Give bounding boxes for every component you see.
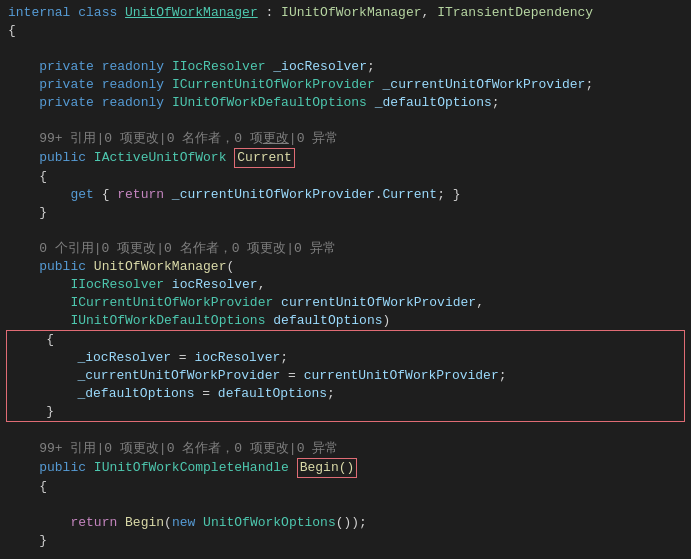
line-field3: private readonly IUnitOfWorkDefaultOptio… — [0, 94, 691, 112]
line-brace-open: { — [0, 22, 691, 40]
keyword-class: class — [78, 4, 117, 22]
interface-iunitofworkmanager: IUnitOfWorkManager — [281, 4, 421, 22]
line-ctor-body2: _currentUnitOfWorkProvider = currentUnit… — [7, 367, 684, 385]
line-return-stmt: return Begin ( new UnitOfWorkOptions ())… — [0, 514, 691, 532]
line-ctor-param1: IIocResolver iocResolver , — [0, 276, 691, 294]
method-current-highlight: Current — [234, 148, 295, 168]
line-ctor-body1: _iocResolver = iocResolver ; — [7, 349, 684, 367]
class-unitofworkmanager: UnitOfWorkManager — [125, 4, 258, 22]
line-brace-ctor-close: } — [7, 403, 684, 421]
ctor-body-block: { _iocResolver = iocResolver ; _currentU… — [6, 330, 685, 422]
line-empty-5 — [0, 496, 691, 514]
line-ctor-decl: public UnitOfWorkManager ( — [0, 258, 691, 276]
line-field2: private readonly ICurrentUnitOfWorkProvi… — [0, 76, 691, 94]
line-ctor-body3: _defaultOptions = defaultOptions ; — [7, 385, 684, 403]
line-empty-1 — [0, 40, 691, 58]
method-begin-highlight: Begin() — [297, 458, 358, 478]
line-empty-4 — [0, 422, 691, 440]
line-field1: private readonly IIocResolver _iocResolv… — [0, 58, 691, 76]
meta-refs2: 0 个引用|0 项更改|0 名作者，0 项更改|0 异常 — [39, 240, 335, 258]
line-meta3: 99+ 引用|0 项更改|0 名作者，0 项更改|0 异常 — [0, 440, 691, 458]
line-ctor-param3: IUnitOfWorkDefaultOptions defaultOptions… — [0, 312, 691, 330]
line-brace-ctor: { — [7, 331, 684, 349]
code-editor: internal class UnitOfWorkManager : IUnit… — [0, 0, 691, 559]
line-begin-decl: public IUnitOfWorkCompleteHandle Begin() — [0, 458, 691, 478]
line-empty-2 — [0, 112, 691, 130]
meta-refs1c: |0 异常 — [289, 130, 338, 148]
line-class-decl: internal class UnitOfWorkManager : IUnit… — [0, 4, 691, 22]
line-brace-close-prop: } — [0, 204, 691, 222]
line-brace-begin: { — [0, 478, 691, 496]
interface-itransientdependency: ITransientDependency — [437, 4, 593, 22]
meta-refs1b: 更改 — [263, 130, 289, 148]
line-meta2: 0 个引用|0 项更改|0 名作者，0 项更改|0 异常 — [0, 240, 691, 258]
line-prop-decl: public IActiveUnitOfWork Current — [0, 148, 691, 168]
line-empty-3 — [0, 222, 691, 240]
line-ctor-param2: ICurrentUnitOfWorkProvider currentUnitOf… — [0, 294, 691, 312]
meta-refs1: 99+ 引用|0 项更改|0 名作者，0 项 — [39, 130, 263, 148]
line-getter: get { return _currentUnitOfWorkProvider … — [0, 186, 691, 204]
keyword-internal: internal — [8, 4, 70, 22]
meta-refs3: 99+ 引用|0 项更改|0 名作者，0 项更改|0 异常 — [39, 440, 338, 458]
line-brace-prop: { — [0, 168, 691, 186]
line-meta1: 99+ 引用|0 项更改|0 名作者，0 项 更改 |0 异常 — [0, 130, 691, 148]
line-brace-begin-close: } — [0, 532, 691, 550]
